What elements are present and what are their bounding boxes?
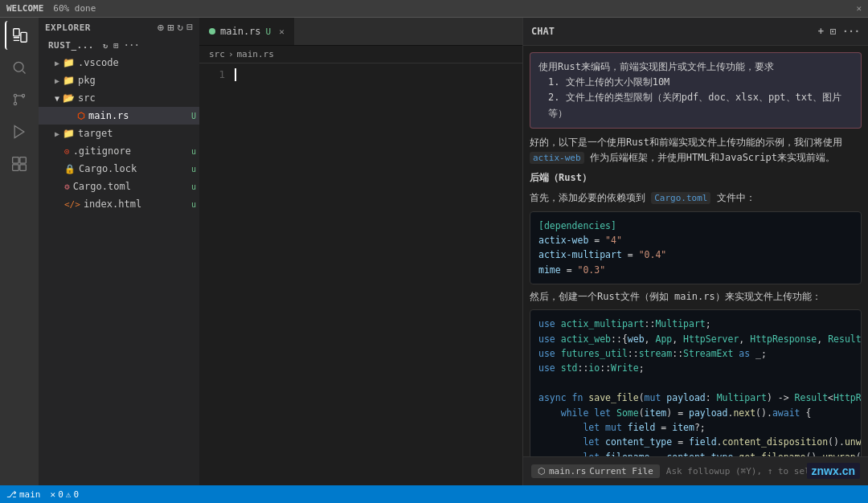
line-numbers: 1 <box>199 63 231 485</box>
tab-modified-dot <box>209 28 215 35</box>
svg-rect-6 <box>13 157 19 164</box>
sidebar-item-cargo-lock[interactable]: 🔒 Cargo.lock u <box>39 160 199 178</box>
sidebar-item-cargo-toml[interactable]: ⚙ Cargo.toml u <box>39 178 199 195</box>
code-content[interactable] <box>231 63 522 485</box>
sidebar: EXPLORER ⊕ ⊞ ↻ ⊟ RUST_... ↻ ⊞ ··· ▶ 📁 .v… <box>39 18 199 485</box>
chat-panel: CHAT + ⊡ ··· 使用Rust来编码，前端实现图片或文件上传功能，要求 … <box>522 18 868 485</box>
toml-file-icon: ⚙ <box>64 182 70 192</box>
tab-badge: U <box>266 27 272 37</box>
sidebar-root-label: RUST_... ↻ ⊞ ··· <box>39 37 199 54</box>
cargo-toml-link[interactable]: Cargo.toml <box>651 192 710 204</box>
user-message-list: 1. 文件上传的大小限制10M 2. 文件上传的类型限制（关闭pdf、doc、x… <box>548 75 853 121</box>
debug-icon[interactable] <box>5 117 34 146</box>
lang-label: 后端（Rust） <box>530 170 862 186</box>
status-branch[interactable]: ⎇ main <box>6 489 41 500</box>
chat-header: CHAT + ⊡ ··· <box>523 18 868 46</box>
user-message-line2: 1. 文件上传的大小限制10M <box>548 75 853 90</box>
search-icon[interactable] <box>5 53 34 82</box>
sidebar-item-target[interactable]: ▶ 📁 target <box>39 125 199 142</box>
breadcrumb: src › main.rs <box>199 46 522 63</box>
actix-web-ref: actix-web <box>530 152 584 164</box>
editor: main.rs U ✕ src › main.rs 1 <box>199 18 522 485</box>
sidebar-item-gitignore[interactable]: ⊙ .gitignore u <box>39 142 199 160</box>
refresh-icon[interactable]: ↻ <box>177 21 183 34</box>
activity-bar <box>0 18 39 485</box>
watermark: znwx.cn <box>807 463 860 479</box>
svg-point-4 <box>14 102 16 104</box>
chat-body: 使用Rust来编码，前端实现图片或文件上传功能，要求 1. 文件上传的大小限制1… <box>523 46 868 456</box>
editor-content[interactable]: 1 <box>199 63 522 485</box>
sidebar-item-mainrs[interactable]: ⬡ main.rs U <box>39 107 199 125</box>
warning-icon: ⚠ <box>66 489 72 500</box>
svg-rect-8 <box>13 165 19 171</box>
file-pill-label: Current File <box>589 466 653 476</box>
sidebar-item-src[interactable]: ▼ 📂 src <box>39 89 199 107</box>
code-block-dependencies: [dependencies] actix-web = "4" actix-mul… <box>530 211 862 285</box>
sidebar-item-vscode[interactable]: ▶ 📁 .vscode <box>39 54 199 72</box>
welcome-label: WELCOME <box>6 3 43 14</box>
file-pill-icon: ⬡ <box>538 466 546 476</box>
context-file-pill[interactable]: ⬡ main.rs Current File <box>531 464 660 478</box>
chat-layout-icon[interactable]: ⊡ <box>830 26 836 37</box>
error-count: 0 <box>58 489 63 500</box>
welcome-close-button[interactable]: ✕ <box>856 3 862 14</box>
status-errors[interactable]: ✕ 0 ⚠ 0 <box>51 489 80 500</box>
user-message-line3: 2. 文件上传的类型限制（关闭pdf、doc、xlsx、ppt、txt、图片等） <box>548 90 853 121</box>
svg-rect-0 <box>14 29 19 36</box>
lock-file-icon: 🔒 <box>64 164 76 174</box>
folder-icon: 📁 <box>63 75 75 86</box>
user-message-line1: 使用Rust来编码，前端实现图片或文件上传功能，要求 <box>538 59 853 75</box>
breadcrumb-src: src <box>209 49 225 59</box>
progress-text: 60% done <box>53 3 96 14</box>
branch-name: main <box>19 489 41 500</box>
then-text: 然后，创建一个Rust文件（例如 main.rs）来实现文件上传功能： <box>530 289 862 305</box>
sidebar-title: EXPLORER <box>45 22 91 33</box>
sidebar-item-index-html[interactable]: </> index.html u <box>39 195 199 213</box>
file-pill-name: main.rs <box>549 466 586 476</box>
sidebar-item-pkg[interactable]: ▶ 📁 pkg <box>39 72 199 89</box>
chat-more-icon[interactable]: ··· <box>842 26 860 37</box>
assistant-intro: 好的，以下是一个使用Rust和前端实现文件上传功能的示例，我们将使用 actix… <box>530 135 862 166</box>
editor-tab-mainrs[interactable]: main.rs U ✕ <box>199 18 294 45</box>
chat-title: CHAT <box>531 26 555 37</box>
error-icon: ✕ <box>51 489 56 500</box>
svg-rect-7 <box>20 157 27 164</box>
breadcrumb-file: main.rs <box>237 49 274 59</box>
rust-file-icon: ⬡ <box>77 111 85 121</box>
user-message: 使用Rust来编码，前端实现图片或文件上传功能，要求 1. 文件上传的大小限制1… <box>530 52 862 129</box>
text-cursor <box>235 68 236 81</box>
footer-hint: Ask followup (⌘Y), ↑ to select <box>666 466 826 476</box>
git-icon[interactable] <box>5 85 34 114</box>
tab-label: main.rs <box>220 26 261 37</box>
welcome-bar: WELCOME 60% done ✕ <box>0 0 868 18</box>
collapse-icon[interactable]: ⊟ <box>186 21 193 34</box>
sidebar-header: EXPLORER ⊕ ⊞ ↻ ⊟ <box>39 18 199 37</box>
dependencies-text: 首先，添加必要的依赖项到 Cargo.toml 文件中： <box>530 190 862 206</box>
chat-header-icons: + ⊡ ··· <box>818 26 860 37</box>
new-folder-icon[interactable]: ⊞ <box>167 21 174 34</box>
git-file-icon: ⊙ <box>64 146 70 157</box>
sidebar-icons: ⊕ ⊞ ↻ ⊟ <box>157 21 193 34</box>
svg-rect-1 <box>21 32 27 42</box>
html-file-icon: </> <box>64 199 80 210</box>
editor-tabs: main.rs U ✕ <box>199 18 522 46</box>
status-bar: ⎇ main ✕ 0 ⚠ 0 <box>0 485 868 503</box>
folder-icon: 📁 <box>63 128 75 139</box>
assistant-message: 好的，以下是一个使用Rust和前端实现文件上传功能的示例，我们将使用 actix… <box>530 135 862 456</box>
folder-icon: 📁 <box>63 57 75 68</box>
svg-point-3 <box>14 94 16 96</box>
svg-point-2 <box>14 62 23 72</box>
chat-new-icon[interactable]: + <box>818 26 824 37</box>
tab-close-button[interactable]: ✕ <box>279 27 285 37</box>
new-file-icon[interactable]: ⊕ <box>157 21 163 34</box>
code-line <box>231 67 522 83</box>
warning-count: 0 <box>73 489 79 500</box>
files-icon[interactable] <box>5 21 34 50</box>
folder-open-icon: 📂 <box>63 92 75 104</box>
code-block-main: use actix_multipart::Multipart; use acti… <box>530 309 862 456</box>
extensions-icon[interactable] <box>5 149 34 178</box>
git-branch-icon: ⎇ <box>6 489 17 500</box>
svg-rect-9 <box>20 165 27 171</box>
